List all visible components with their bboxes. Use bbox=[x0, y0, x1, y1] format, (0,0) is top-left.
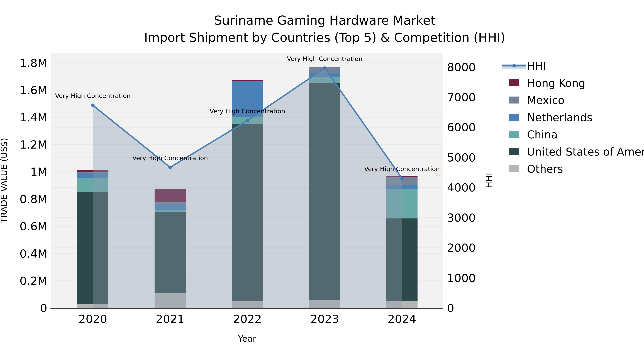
right-tick-label: 5000 bbox=[447, 151, 476, 164]
legend-swatch bbox=[509, 114, 519, 121]
x-tick-label-2024: 2024 bbox=[388, 313, 416, 326]
legend-label: United States of America bbox=[527, 145, 644, 158]
legend-label: Hong Kong bbox=[527, 77, 585, 89]
left-tick-label: 0 bbox=[40, 302, 47, 315]
right-tick-label: 7000 bbox=[447, 91, 476, 104]
left-tick-label: 0.6M bbox=[20, 220, 47, 233]
annotation-2023: Very High Concentration bbox=[287, 55, 362, 62]
legend-label: HHI bbox=[527, 60, 546, 72]
x-tick-label-2021: 2021 bbox=[156, 313, 184, 326]
left-tick-label: 0.2M bbox=[20, 274, 47, 288]
left-tick-label: 1.4M bbox=[20, 111, 47, 124]
legend: HHIHong KongMexicoNetherlandsChinaUnited… bbox=[502, 60, 644, 175]
legend-swatch bbox=[509, 148, 519, 155]
legend-item-united-states-of-america: United States of America bbox=[509, 145, 644, 158]
right-tick-label: 3000 bbox=[447, 211, 476, 224]
left-axis-title: TRADE VALUE (US$) bbox=[0, 138, 9, 223]
legend-swatch bbox=[509, 79, 519, 86]
right-axis-title: HHI bbox=[484, 173, 494, 188]
hhi-point-2021 bbox=[168, 166, 172, 169]
right-tick-label: 2000 bbox=[447, 241, 476, 254]
legend-item-hong-kong: Hong Kong bbox=[509, 77, 585, 89]
legend-label: China bbox=[527, 128, 558, 141]
x-tick-label-2020: 2020 bbox=[78, 313, 107, 326]
chart-title-line2: Import Shipment by Countries (Top 5) & C… bbox=[144, 30, 505, 45]
legend-swatch bbox=[509, 165, 519, 172]
legend-item-mexico: Mexico bbox=[509, 94, 564, 106]
legend-item-others: Others bbox=[509, 163, 563, 175]
annotation-2020: Very High Concentration bbox=[55, 92, 130, 99]
legend-swatch bbox=[509, 131, 519, 138]
right-tick-label: 6000 bbox=[447, 121, 476, 134]
hhi-point-2023 bbox=[323, 66, 326, 70]
right-tick-label: 4000 bbox=[447, 181, 476, 194]
hhi-point-2022 bbox=[246, 119, 249, 122]
hhi-point-2024 bbox=[400, 177, 404, 180]
legend-label: Others bbox=[527, 163, 563, 175]
legend-label: Mexico bbox=[527, 94, 564, 106]
x-tick-label-2022: 2022 bbox=[233, 313, 262, 326]
chart-title-line1: Suriname Gaming Hardware Market bbox=[214, 13, 436, 27]
left-tick-label: 1.2M bbox=[20, 138, 47, 151]
chart-container: Very High ConcentrationVery High Concent… bbox=[0, 0, 644, 362]
left-tick-label: 0.8M bbox=[20, 193, 47, 206]
legend-item-hhi: HHI bbox=[502, 60, 546, 72]
annotation-2022: Very High Concentration bbox=[210, 108, 285, 115]
right-tick-label: 8000 bbox=[447, 61, 476, 74]
chart-svg: Very High ConcentrationVery High Concent… bbox=[0, 0, 644, 362]
left-tick-label: 0.4M bbox=[20, 247, 47, 260]
left-tick-label: 1.8M bbox=[20, 56, 47, 69]
legend-swatch bbox=[509, 96, 519, 103]
bar-segment-hong-kong-2022 bbox=[232, 80, 263, 81]
hhi-point-2020 bbox=[91, 103, 95, 107]
legend-item-china: China bbox=[509, 128, 558, 141]
legend-hhi-marker bbox=[512, 64, 516, 67]
x-axis-title: Year bbox=[238, 334, 256, 344]
x-tick-label-2023: 2023 bbox=[310, 313, 339, 326]
annotation-2021: Very High Concentration bbox=[132, 154, 208, 162]
right-tick-label: 0 bbox=[447, 302, 454, 315]
left-tick-label: 1M bbox=[30, 165, 47, 178]
legend-item-netherlands: Netherlands bbox=[509, 111, 592, 124]
legend-label: Netherlands bbox=[527, 111, 592, 124]
annotation-2024: Very High Concentration bbox=[364, 165, 440, 173]
left-tick-label: 1.6M bbox=[20, 84, 47, 97]
right-tick-label: 1000 bbox=[447, 272, 476, 285]
